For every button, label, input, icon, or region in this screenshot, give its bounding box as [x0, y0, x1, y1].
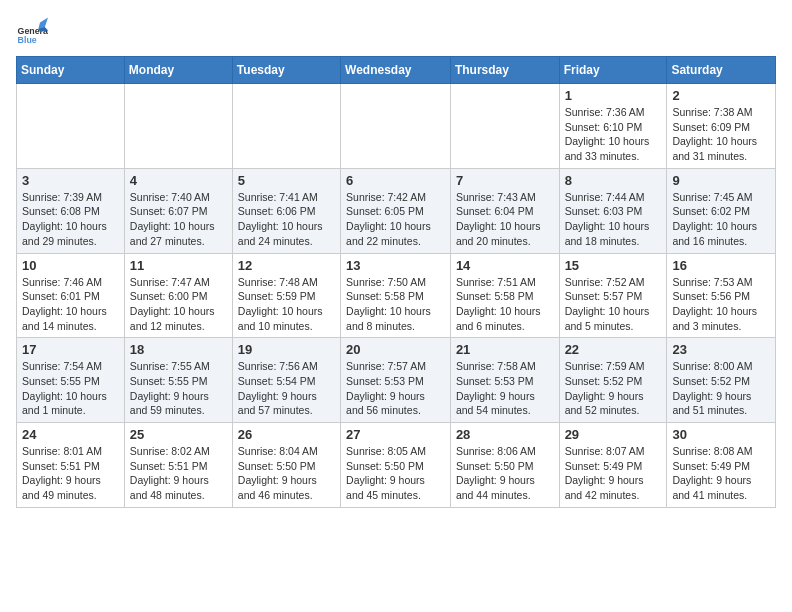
- day-number: 21: [456, 342, 554, 357]
- calendar-cell: 2Sunrise: 7:38 AM Sunset: 6:09 PM Daylig…: [667, 84, 776, 169]
- day-number: 5: [238, 173, 335, 188]
- day-number: 12: [238, 258, 335, 273]
- weekday-header: Tuesday: [232, 57, 340, 84]
- day-info: Sunrise: 7:52 AM Sunset: 5:57 PM Dayligh…: [565, 275, 662, 334]
- calendar-cell: 9Sunrise: 7:45 AM Sunset: 6:02 PM Daylig…: [667, 168, 776, 253]
- page-header: General Blue: [16, 16, 776, 48]
- day-info: Sunrise: 7:46 AM Sunset: 6:01 PM Dayligh…: [22, 275, 119, 334]
- calendar-cell: 25Sunrise: 8:02 AM Sunset: 5:51 PM Dayli…: [124, 423, 232, 508]
- day-number: 25: [130, 427, 227, 442]
- day-number: 14: [456, 258, 554, 273]
- calendar-cell: 22Sunrise: 7:59 AM Sunset: 5:52 PM Dayli…: [559, 338, 667, 423]
- day-number: 23: [672, 342, 770, 357]
- day-info: Sunrise: 7:40 AM Sunset: 6:07 PM Dayligh…: [130, 190, 227, 249]
- calendar-cell: 15Sunrise: 7:52 AM Sunset: 5:57 PM Dayli…: [559, 253, 667, 338]
- day-number: 13: [346, 258, 445, 273]
- day-number: 29: [565, 427, 662, 442]
- day-info: Sunrise: 7:41 AM Sunset: 6:06 PM Dayligh…: [238, 190, 335, 249]
- day-number: 1: [565, 88, 662, 103]
- day-info: Sunrise: 8:04 AM Sunset: 5:50 PM Dayligh…: [238, 444, 335, 503]
- calendar-cell: 27Sunrise: 8:05 AM Sunset: 5:50 PM Dayli…: [341, 423, 451, 508]
- calendar-cell: 28Sunrise: 8:06 AM Sunset: 5:50 PM Dayli…: [450, 423, 559, 508]
- calendar-cell: [17, 84, 125, 169]
- calendar-cell: 3Sunrise: 7:39 AM Sunset: 6:08 PM Daylig…: [17, 168, 125, 253]
- svg-text:Blue: Blue: [18, 35, 37, 45]
- calendar-cell: 5Sunrise: 7:41 AM Sunset: 6:06 PM Daylig…: [232, 168, 340, 253]
- day-info: Sunrise: 7:48 AM Sunset: 5:59 PM Dayligh…: [238, 275, 335, 334]
- day-number: 26: [238, 427, 335, 442]
- calendar-week-row: 17Sunrise: 7:54 AM Sunset: 5:55 PM Dayli…: [17, 338, 776, 423]
- day-number: 6: [346, 173, 445, 188]
- calendar-cell: 14Sunrise: 7:51 AM Sunset: 5:58 PM Dayli…: [450, 253, 559, 338]
- day-number: 7: [456, 173, 554, 188]
- day-info: Sunrise: 7:36 AM Sunset: 6:10 PM Dayligh…: [565, 105, 662, 164]
- day-number: 11: [130, 258, 227, 273]
- weekday-header: Monday: [124, 57, 232, 84]
- day-info: Sunrise: 8:02 AM Sunset: 5:51 PM Dayligh…: [130, 444, 227, 503]
- day-number: 27: [346, 427, 445, 442]
- calendar-cell: 18Sunrise: 7:55 AM Sunset: 5:55 PM Dayli…: [124, 338, 232, 423]
- day-number: 24: [22, 427, 119, 442]
- calendar-cell: [124, 84, 232, 169]
- day-number: 28: [456, 427, 554, 442]
- day-info: Sunrise: 7:51 AM Sunset: 5:58 PM Dayligh…: [456, 275, 554, 334]
- calendar-cell: 7Sunrise: 7:43 AM Sunset: 6:04 PM Daylig…: [450, 168, 559, 253]
- day-info: Sunrise: 8:05 AM Sunset: 5:50 PM Dayligh…: [346, 444, 445, 503]
- calendar-cell: 24Sunrise: 8:01 AM Sunset: 5:51 PM Dayli…: [17, 423, 125, 508]
- day-info: Sunrise: 7:39 AM Sunset: 6:08 PM Dayligh…: [22, 190, 119, 249]
- calendar-cell: 11Sunrise: 7:47 AM Sunset: 6:00 PM Dayli…: [124, 253, 232, 338]
- calendar-cell: 20Sunrise: 7:57 AM Sunset: 5:53 PM Dayli…: [341, 338, 451, 423]
- calendar-cell: 10Sunrise: 7:46 AM Sunset: 6:01 PM Dayli…: [17, 253, 125, 338]
- day-number: 8: [565, 173, 662, 188]
- day-number: 20: [346, 342, 445, 357]
- day-info: Sunrise: 7:50 AM Sunset: 5:58 PM Dayligh…: [346, 275, 445, 334]
- day-info: Sunrise: 7:56 AM Sunset: 5:54 PM Dayligh…: [238, 359, 335, 418]
- calendar-week-row: 24Sunrise: 8:01 AM Sunset: 5:51 PM Dayli…: [17, 423, 776, 508]
- day-info: Sunrise: 8:01 AM Sunset: 5:51 PM Dayligh…: [22, 444, 119, 503]
- day-info: Sunrise: 8:06 AM Sunset: 5:50 PM Dayligh…: [456, 444, 554, 503]
- weekday-header: Saturday: [667, 57, 776, 84]
- day-number: 2: [672, 88, 770, 103]
- day-info: Sunrise: 8:07 AM Sunset: 5:49 PM Dayligh…: [565, 444, 662, 503]
- logo: General Blue: [16, 16, 48, 48]
- calendar-week-row: 3Sunrise: 7:39 AM Sunset: 6:08 PM Daylig…: [17, 168, 776, 253]
- day-info: Sunrise: 7:59 AM Sunset: 5:52 PM Dayligh…: [565, 359, 662, 418]
- calendar-cell: 12Sunrise: 7:48 AM Sunset: 5:59 PM Dayli…: [232, 253, 340, 338]
- weekday-header: Sunday: [17, 57, 125, 84]
- day-info: Sunrise: 7:47 AM Sunset: 6:00 PM Dayligh…: [130, 275, 227, 334]
- day-info: Sunrise: 7:58 AM Sunset: 5:53 PM Dayligh…: [456, 359, 554, 418]
- calendar-cell: [232, 84, 340, 169]
- day-number: 16: [672, 258, 770, 273]
- day-number: 30: [672, 427, 770, 442]
- day-number: 4: [130, 173, 227, 188]
- day-info: Sunrise: 7:55 AM Sunset: 5:55 PM Dayligh…: [130, 359, 227, 418]
- day-number: 18: [130, 342, 227, 357]
- calendar-header-row: SundayMondayTuesdayWednesdayThursdayFrid…: [17, 57, 776, 84]
- weekday-header: Wednesday: [341, 57, 451, 84]
- day-info: Sunrise: 7:57 AM Sunset: 5:53 PM Dayligh…: [346, 359, 445, 418]
- day-number: 22: [565, 342, 662, 357]
- logo-icon: General Blue: [16, 16, 48, 48]
- calendar-cell: 23Sunrise: 8:00 AM Sunset: 5:52 PM Dayli…: [667, 338, 776, 423]
- day-info: Sunrise: 8:08 AM Sunset: 5:49 PM Dayligh…: [672, 444, 770, 503]
- calendar-week-row: 1Sunrise: 7:36 AM Sunset: 6:10 PM Daylig…: [17, 84, 776, 169]
- day-info: Sunrise: 7:44 AM Sunset: 6:03 PM Dayligh…: [565, 190, 662, 249]
- calendar-cell: 17Sunrise: 7:54 AM Sunset: 5:55 PM Dayli…: [17, 338, 125, 423]
- calendar-cell: 19Sunrise: 7:56 AM Sunset: 5:54 PM Dayli…: [232, 338, 340, 423]
- day-number: 9: [672, 173, 770, 188]
- day-info: Sunrise: 7:42 AM Sunset: 6:05 PM Dayligh…: [346, 190, 445, 249]
- calendar-cell: 4Sunrise: 7:40 AM Sunset: 6:07 PM Daylig…: [124, 168, 232, 253]
- calendar-cell: 29Sunrise: 8:07 AM Sunset: 5:49 PM Dayli…: [559, 423, 667, 508]
- day-number: 17: [22, 342, 119, 357]
- weekday-header: Friday: [559, 57, 667, 84]
- calendar-cell: 13Sunrise: 7:50 AM Sunset: 5:58 PM Dayli…: [341, 253, 451, 338]
- calendar-cell: 1Sunrise: 7:36 AM Sunset: 6:10 PM Daylig…: [559, 84, 667, 169]
- day-number: 3: [22, 173, 119, 188]
- day-info: Sunrise: 8:00 AM Sunset: 5:52 PM Dayligh…: [672, 359, 770, 418]
- day-info: Sunrise: 7:54 AM Sunset: 5:55 PM Dayligh…: [22, 359, 119, 418]
- calendar-cell: 26Sunrise: 8:04 AM Sunset: 5:50 PM Dayli…: [232, 423, 340, 508]
- calendar-week-row: 10Sunrise: 7:46 AM Sunset: 6:01 PM Dayli…: [17, 253, 776, 338]
- calendar-cell: 6Sunrise: 7:42 AM Sunset: 6:05 PM Daylig…: [341, 168, 451, 253]
- day-info: Sunrise: 7:43 AM Sunset: 6:04 PM Dayligh…: [456, 190, 554, 249]
- day-number: 15: [565, 258, 662, 273]
